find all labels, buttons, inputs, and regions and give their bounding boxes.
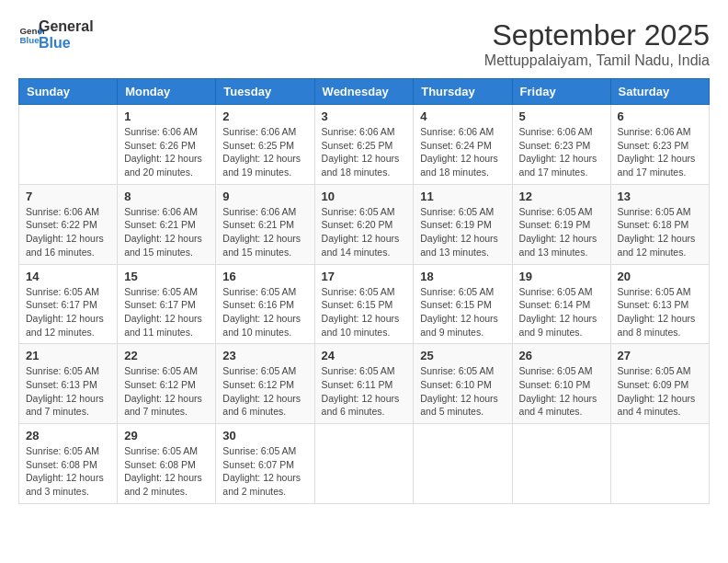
calendar-cell: 8Sunrise: 6:06 AM Sunset: 6:21 PM Daylig…: [118, 184, 216, 264]
day-number: 18: [420, 270, 505, 283]
header-tuesday: Tuesday: [216, 79, 314, 105]
day-number: 26: [519, 349, 604, 362]
day-info: Sunrise: 6:05 AM Sunset: 6:15 PM Dayligh…: [322, 285, 407, 339]
calendar-table: Sunday Monday Tuesday Wednesday Thursday…: [18, 78, 710, 504]
day-info: Sunrise: 6:05 AM Sunset: 6:17 PM Dayligh…: [124, 285, 209, 339]
day-number: 13: [618, 190, 702, 203]
header-saturday: Saturday: [610, 79, 709, 105]
day-info: Sunrise: 6:06 AM Sunset: 6:21 PM Dayligh…: [124, 205, 209, 259]
day-number: 30: [222, 429, 307, 442]
day-number: 12: [519, 190, 604, 203]
location-subtitle: Mettuppalaiyam, Tamil Nadu, India: [484, 52, 710, 69]
calendar-cell: 6Sunrise: 6:06 AM Sunset: 6:23 PM Daylig…: [610, 105, 709, 185]
calendar-cell: 15Sunrise: 6:05 AM Sunset: 6:17 PM Dayli…: [118, 264, 216, 344]
day-info: Sunrise: 6:05 AM Sunset: 6:12 PM Dayligh…: [124, 364, 209, 419]
day-info: Sunrise: 6:05 AM Sunset: 6:11 PM Dayligh…: [322, 364, 407, 419]
calendar-cell: 27Sunrise: 6:05 AM Sunset: 6:09 PM Dayli…: [610, 344, 709, 424]
header-monday: Monday: [118, 79, 216, 105]
header-sunday: Sunday: [19, 79, 118, 105]
calendar-cell: 5Sunrise: 6:06 AM Sunset: 6:23 PM Daylig…: [512, 105, 610, 185]
day-info: Sunrise: 6:05 AM Sunset: 6:07 PM Dayligh…: [222, 444, 307, 499]
day-info: Sunrise: 6:06 AM Sunset: 6:26 PM Dayligh…: [124, 125, 209, 179]
day-number: 19: [519, 270, 604, 283]
day-number: 23: [222, 349, 307, 362]
header-wednesday: Wednesday: [314, 79, 414, 105]
day-info: Sunrise: 6:05 AM Sunset: 6:13 PM Dayligh…: [26, 364, 110, 419]
day-info: Sunrise: 6:05 AM Sunset: 6:09 PM Dayligh…: [618, 364, 702, 419]
day-number: 27: [618, 349, 702, 362]
day-info: Sunrise: 6:06 AM Sunset: 6:25 PM Dayligh…: [222, 125, 307, 179]
day-number: 28: [26, 429, 110, 442]
calendar-cell: 11Sunrise: 6:05 AM Sunset: 6:19 PM Dayli…: [414, 184, 512, 264]
day-info: Sunrise: 6:06 AM Sunset: 6:25 PM Dayligh…: [322, 125, 407, 179]
calendar-week-1: 1Sunrise: 6:06 AM Sunset: 6:26 PM Daylig…: [19, 105, 710, 185]
header-thursday: Thursday: [414, 79, 512, 105]
day-number: 6: [618, 109, 702, 123]
day-info: Sunrise: 6:06 AM Sunset: 6:21 PM Dayligh…: [222, 205, 307, 259]
day-info: Sunrise: 6:05 AM Sunset: 6:08 PM Dayligh…: [124, 444, 209, 499]
day-info: Sunrise: 6:06 AM Sunset: 6:23 PM Dayligh…: [618, 125, 702, 179]
calendar-cell: 3Sunrise: 6:06 AM Sunset: 6:25 PM Daylig…: [314, 105, 414, 185]
day-info: Sunrise: 6:06 AM Sunset: 6:22 PM Dayligh…: [26, 205, 110, 259]
day-number: 22: [124, 349, 209, 362]
calendar-cell: 19Sunrise: 6:05 AM Sunset: 6:14 PM Dayli…: [512, 264, 610, 344]
day-number: 4: [420, 109, 505, 123]
day-number: 2: [222, 109, 307, 123]
calendar-cell: 12Sunrise: 6:05 AM Sunset: 6:19 PM Dayli…: [512, 184, 610, 264]
calendar-cell: 7Sunrise: 6:06 AM Sunset: 6:22 PM Daylig…: [19, 184, 118, 264]
day-number: 17: [322, 270, 407, 283]
day-info: Sunrise: 6:05 AM Sunset: 6:10 PM Dayligh…: [420, 364, 505, 419]
day-info: Sunrise: 6:05 AM Sunset: 6:16 PM Dayligh…: [222, 285, 307, 339]
title-section: September 2025 Mettuppalaiyam, Tamil Nad…: [484, 18, 710, 69]
day-number: 20: [618, 270, 702, 283]
svg-text:Blue: Blue: [19, 35, 40, 45]
calendar-week-3: 14Sunrise: 6:05 AM Sunset: 6:17 PM Dayli…: [19, 264, 710, 344]
calendar-cell: 18Sunrise: 6:05 AM Sunset: 6:15 PM Dayli…: [414, 264, 512, 344]
calendar-cell: 22Sunrise: 6:05 AM Sunset: 6:12 PM Dayli…: [118, 344, 216, 424]
day-info: Sunrise: 6:05 AM Sunset: 6:19 PM Dayligh…: [420, 205, 505, 259]
day-info: Sunrise: 6:05 AM Sunset: 6:12 PM Dayligh…: [222, 364, 307, 419]
weekday-header-row: Sunday Monday Tuesday Wednesday Thursday…: [19, 79, 710, 105]
calendar-cell: [610, 424, 709, 504]
day-info: Sunrise: 6:06 AM Sunset: 6:23 PM Dayligh…: [519, 125, 604, 179]
day-info: Sunrise: 6:05 AM Sunset: 6:20 PM Dayligh…: [322, 205, 407, 259]
day-number: 1: [124, 109, 209, 123]
calendar-cell: [19, 105, 118, 185]
calendar-week-4: 21Sunrise: 6:05 AM Sunset: 6:13 PM Dayli…: [19, 344, 710, 424]
page-header: General Blue General Blue September 2025…: [18, 18, 710, 69]
calendar-cell: 26Sunrise: 6:05 AM Sunset: 6:10 PM Dayli…: [512, 344, 610, 424]
calendar-week-2: 7Sunrise: 6:06 AM Sunset: 6:22 PM Daylig…: [19, 184, 710, 264]
day-number: 21: [26, 349, 110, 362]
day-info: Sunrise: 6:05 AM Sunset: 6:15 PM Dayligh…: [420, 285, 505, 339]
day-info: Sunrise: 6:06 AM Sunset: 6:24 PM Dayligh…: [420, 125, 505, 179]
calendar-cell: 14Sunrise: 6:05 AM Sunset: 6:17 PM Dayli…: [19, 264, 118, 344]
day-info: Sunrise: 6:05 AM Sunset: 6:14 PM Dayligh…: [519, 285, 604, 339]
day-info: Sunrise: 6:05 AM Sunset: 6:08 PM Dayligh…: [26, 444, 110, 499]
day-number: 10: [322, 190, 407, 203]
day-number: 25: [420, 349, 505, 362]
header-friday: Friday: [512, 79, 610, 105]
logo-line1: General: [39, 18, 94, 35]
calendar-cell: 17Sunrise: 6:05 AM Sunset: 6:15 PM Dayli…: [314, 264, 414, 344]
calendar-cell: 4Sunrise: 6:06 AM Sunset: 6:24 PM Daylig…: [414, 105, 512, 185]
calendar-cell: 2Sunrise: 6:06 AM Sunset: 6:25 PM Daylig…: [216, 105, 314, 185]
month-title: September 2025: [484, 18, 710, 52]
calendar-cell: 30Sunrise: 6:05 AM Sunset: 6:07 PM Dayli…: [216, 424, 314, 504]
calendar-cell: 1Sunrise: 6:06 AM Sunset: 6:26 PM Daylig…: [118, 105, 216, 185]
day-info: Sunrise: 6:05 AM Sunset: 6:17 PM Dayligh…: [26, 285, 110, 339]
day-number: 3: [322, 109, 407, 123]
day-info: Sunrise: 6:05 AM Sunset: 6:19 PM Dayligh…: [519, 205, 604, 259]
day-number: 24: [322, 349, 407, 362]
calendar-cell: 10Sunrise: 6:05 AM Sunset: 6:20 PM Dayli…: [314, 184, 414, 264]
calendar-cell: [512, 424, 610, 504]
calendar-cell: 24Sunrise: 6:05 AM Sunset: 6:11 PM Dayli…: [314, 344, 414, 424]
calendar-cell: 28Sunrise: 6:05 AM Sunset: 6:08 PM Dayli…: [19, 424, 118, 504]
day-number: 29: [124, 429, 209, 442]
calendar-cell: 9Sunrise: 6:06 AM Sunset: 6:21 PM Daylig…: [216, 184, 314, 264]
day-info: Sunrise: 6:05 AM Sunset: 6:18 PM Dayligh…: [618, 205, 702, 259]
day-number: 9: [222, 190, 307, 203]
day-number: 14: [26, 270, 110, 283]
day-number: 15: [124, 270, 209, 283]
calendar-cell: 23Sunrise: 6:05 AM Sunset: 6:12 PM Dayli…: [216, 344, 314, 424]
calendar-week-5: 28Sunrise: 6:05 AM Sunset: 6:08 PM Dayli…: [19, 424, 710, 504]
